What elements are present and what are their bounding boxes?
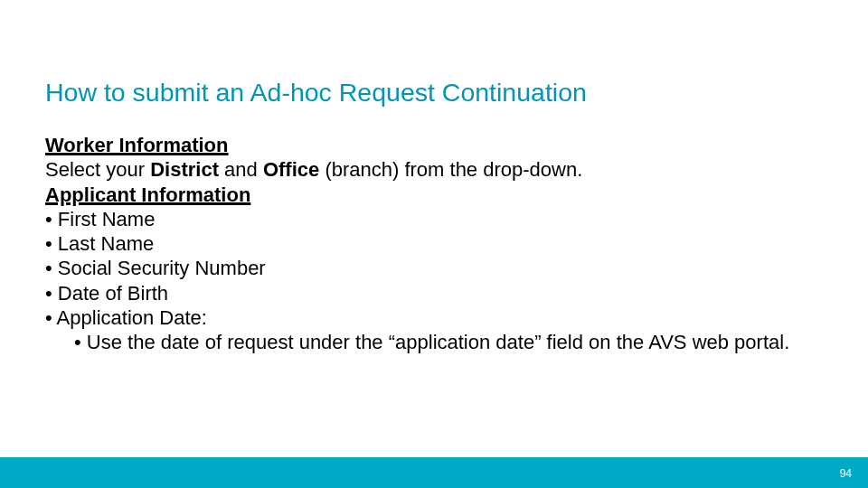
bold-district: District xyxy=(150,158,219,181)
list-item: Social Security Number xyxy=(45,256,823,280)
bullet-label: First Name xyxy=(58,208,156,230)
list-item: Application Date: Use the date of reques… xyxy=(45,305,823,355)
applicant-bullets: First Name Last Name Social Security Num… xyxy=(45,207,823,355)
bullet-label: Social Security Number xyxy=(58,257,266,279)
bullet-label: Date of Birth xyxy=(58,282,168,305)
section-applicant-info: Applicant Information xyxy=(45,183,823,207)
bullet-label: Last Name xyxy=(58,232,154,255)
body-text: Worker Information Select your District … xyxy=(45,133,823,354)
page-number: 94 xyxy=(840,467,852,480)
list-item: Last Name xyxy=(45,231,823,256)
sub-bullet-label: Use the date of request under the “appli… xyxy=(87,331,789,353)
content-area: How to submit an Ad-hoc Request Continua… xyxy=(0,0,868,354)
text-fragment: Select your xyxy=(45,158,150,181)
text-fragment: and xyxy=(219,158,263,181)
worker-info-line: Select your District and Office (branch)… xyxy=(45,157,823,182)
bullet-label: Application Date: xyxy=(57,306,207,329)
section-worker-info: Worker Information xyxy=(45,133,823,157)
text-fragment: (branch) from the drop-down. xyxy=(319,158,582,181)
list-item: Date of Birth xyxy=(45,281,823,305)
list-item: First Name xyxy=(45,207,823,231)
list-item: Use the date of request under the “appli… xyxy=(74,330,823,354)
sub-bullets: Use the date of request under the “appli… xyxy=(45,330,823,354)
bold-office: Office xyxy=(263,158,319,181)
slide: How to submit an Ad-hoc Request Continua… xyxy=(0,0,868,488)
slide-title: How to submit an Ad-hoc Request Continua… xyxy=(45,78,823,108)
footer-bar: 94 xyxy=(0,457,868,488)
